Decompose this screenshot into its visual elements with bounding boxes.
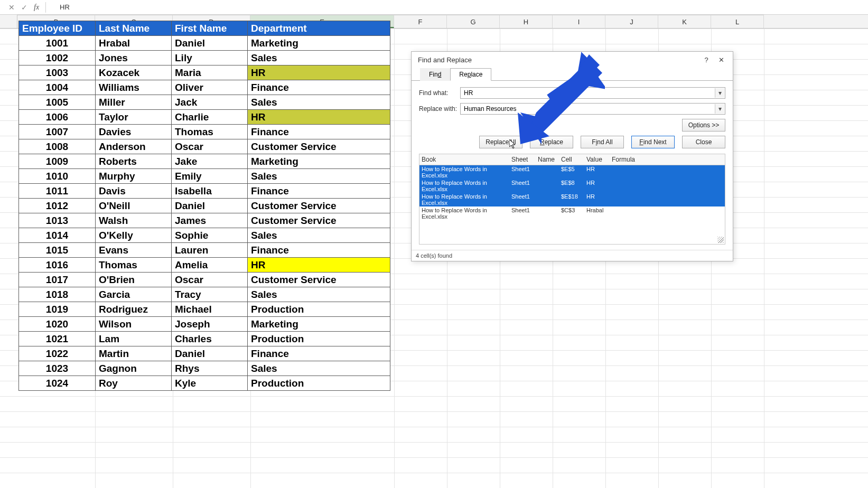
table-row[interactable]: 1014O'KellySophieSales [19, 228, 390, 243]
resize-grip-icon[interactable] [717, 237, 724, 243]
cell[interactable]: Isabella [172, 184, 248, 199]
cell[interactable]: Finance [248, 184, 390, 199]
cell[interactable]: Jones [96, 51, 172, 65]
cell[interactable]: 1023 [19, 361, 96, 376]
column-header-J[interactable]: J [605, 15, 658, 28]
cell[interactable]: Walsh [96, 213, 172, 228]
cell[interactable]: 1018 [19, 287, 96, 302]
formula-input[interactable]: HR [49, 3, 70, 11]
table-row[interactable]: 1004WilliamsOliverFinance [19, 80, 390, 95]
cell[interactable]: Sales [248, 51, 390, 65]
column-header-G[interactable]: G [447, 15, 500, 28]
cell[interactable]: 1001 [19, 36, 96, 51]
cell[interactable]: 1007 [19, 125, 96, 139]
result-row[interactable]: How to Replace Words in Excel.xlsxSheet1… [419, 193, 725, 207]
cell[interactable]: O'Kelly [96, 228, 172, 243]
table-row[interactable]: 1010MurphyEmilySales [19, 169, 390, 184]
cell[interactable]: Amelia [172, 258, 248, 273]
table-row[interactable]: 1019RodriguezMichaelProduction [19, 302, 390, 317]
table-row[interactable]: 1023GagnonRhysSales [19, 361, 390, 376]
col-formula[interactable]: Formula [610, 155, 725, 164]
find-next-button[interactable]: Find Next [631, 136, 675, 148]
cell[interactable]: 1011 [19, 184, 96, 199]
select-all-triangle[interactable] [0, 15, 17, 28]
cell[interactable]: Rhys [172, 361, 248, 376]
column-header-L[interactable]: L [711, 15, 764, 28]
cell[interactable]: James [172, 213, 248, 228]
result-row[interactable]: How to Replace Words in Excel.xlsxSheet1… [419, 165, 725, 179]
cell[interactable]: Thomas [172, 125, 248, 139]
cell[interactable]: Michael [172, 302, 248, 317]
table-row[interactable]: 1007DaviesThomasFinance [19, 125, 390, 139]
cell[interactable]: Jack [172, 95, 248, 110]
column-header-I[interactable]: I [553, 15, 605, 28]
column-header-K[interactable]: K [658, 15, 711, 28]
cell[interactable]: Emily [172, 169, 248, 184]
cell[interactable]: Charles [172, 332, 248, 346]
tab-find[interactable]: Find [420, 68, 450, 81]
cell[interactable]: Sophie [172, 228, 248, 243]
replace-button[interactable]: Replace [530, 136, 573, 148]
cell[interactable]: Kozacek [96, 65, 172, 80]
cell[interactable]: Maria [172, 65, 248, 80]
table-row[interactable]: 1018GarciaTracySales [19, 287, 390, 302]
cell[interactable]: 1003 [19, 65, 96, 80]
cell[interactable]: Oscar [172, 273, 248, 287]
cell[interactable]: Williams [96, 80, 172, 95]
column-header-F[interactable]: F [394, 15, 447, 28]
table-row[interactable]: 1009RobertsJakeMarketing [19, 154, 390, 169]
cell[interactable]: Taylor [96, 110, 172, 125]
cell[interactable]: Customer Service [248, 273, 390, 287]
table-header[interactable]: First Name [172, 21, 248, 36]
cell[interactable]: 1013 [19, 213, 96, 228]
table-row[interactable]: 1020WilsonJosephMarketing [19, 317, 390, 332]
cell[interactable]: Kyle [172, 376, 248, 391]
table-row[interactable]: 1008AndersonOscarCustomer Service [19, 139, 390, 154]
table-row[interactable]: 1024RoyKyleProduction [19, 376, 390, 391]
cell[interactable]: Customer Service [248, 213, 390, 228]
cell[interactable]: Joseph [172, 317, 248, 332]
cell[interactable]: Production [248, 332, 390, 346]
results-list[interactable]: Book Sheet Name Cell Value Formula How t… [419, 154, 725, 245]
column-header-H[interactable]: H [500, 15, 553, 28]
cell[interactable]: Finance [248, 125, 390, 139]
replace-with-input[interactable]: Human Resources ▾ [460, 103, 725, 115]
table-row[interactable]: 1017O'BrienOscarCustomer Service [19, 273, 390, 287]
cell[interactable]: Davis [96, 184, 172, 199]
cell[interactable]: HR [248, 65, 390, 80]
cell[interactable]: 1020 [19, 317, 96, 332]
close-icon[interactable]: ✕ [714, 53, 729, 66]
cell[interactable]: Murphy [96, 169, 172, 184]
table-header[interactable]: Department [248, 21, 390, 36]
cell[interactable]: Rodriguez [96, 302, 172, 317]
cancel-icon[interactable]: ✕ [5, 2, 18, 13]
cell[interactable]: 1016 [19, 258, 96, 273]
cell[interactable]: Wilson [96, 317, 172, 332]
cell[interactable]: Miller [96, 95, 172, 110]
table-row[interactable]: 1022MartinDanielFinance [19, 346, 390, 361]
cell[interactable]: HR [248, 110, 390, 125]
cell[interactable]: 1019 [19, 302, 96, 317]
cell[interactable]: 1014 [19, 228, 96, 243]
cell[interactable]: 1022 [19, 346, 96, 361]
help-icon[interactable]: ? [699, 53, 714, 66]
result-row[interactable]: How to Replace Words in Excel.xlsxSheet1… [419, 207, 725, 220]
table-row[interactable]: 1006TaylorCharlieHR [19, 110, 390, 125]
cell[interactable]: Tracy [172, 287, 248, 302]
options-button[interactable]: Options >> [682, 119, 725, 132]
dialog-titlebar[interactable]: Find and Replace ? ✕ [412, 52, 733, 68]
tab-replace[interactable]: Replace [450, 68, 491, 81]
enter-icon[interactable]: ✓ [18, 2, 31, 13]
cell[interactable]: Daniel [172, 36, 248, 51]
cell[interactable]: Finance [248, 243, 390, 258]
col-sheet[interactable]: Sheet [509, 155, 536, 164]
cell[interactable]: Evans [96, 243, 172, 258]
cell[interactable]: Customer Service [248, 199, 390, 213]
cell[interactable]: 1017 [19, 273, 96, 287]
fx-icon[interactable]: fx [34, 3, 39, 12]
cell[interactable]: 1012 [19, 199, 96, 213]
cell[interactable]: Marketing [248, 154, 390, 169]
cell[interactable]: Gagnon [96, 361, 172, 376]
cell[interactable]: Jake [172, 154, 248, 169]
col-book[interactable]: Book [419, 155, 509, 164]
